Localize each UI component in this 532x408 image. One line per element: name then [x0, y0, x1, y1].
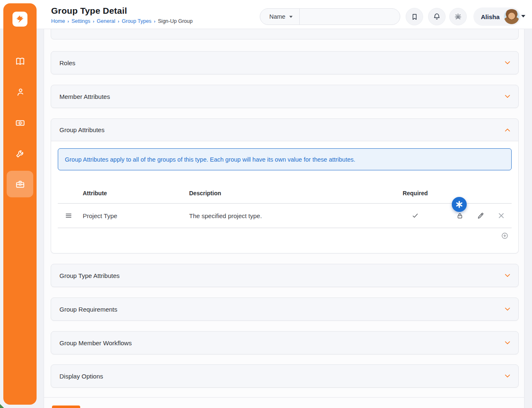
sidebar-item-tools[interactable] — [7, 140, 33, 167]
lock-icon[interactable] — [455, 212, 464, 219]
chevron-down-icon — [505, 95, 510, 98]
rock-logo-icon — [15, 14, 25, 24]
book-icon — [15, 56, 25, 66]
background-corner-decoration — [0, 403, 5, 408]
cell-description: The specified project type. — [182, 212, 390, 219]
breadcrumb-settings[interactable]: Settings — [71, 18, 90, 24]
panel-group-requirements[interactable]: Group Requirements — [51, 297, 519, 321]
group-attributes-table: Attribute Description Required Project T… — [58, 183, 512, 243]
sidebar-item-work[interactable] — [7, 171, 33, 197]
column-header-attribute: Attribute — [76, 190, 182, 197]
panel-label: Group Member Workflows — [51, 339, 132, 347]
cell-attribute: Project Type — [76, 212, 182, 219]
search-filter-label: Name — [269, 13, 286, 20]
check-icon — [412, 213, 419, 219]
save-button[interactable] — [52, 406, 80, 408]
table-header-row: Attribute Description Required — [58, 183, 512, 204]
bookmark-icon — [411, 13, 419, 21]
chevron-down-icon — [505, 61, 510, 64]
drag-handle-icon[interactable] — [64, 213, 73, 218]
search-filter-dropdown[interactable]: Name — [260, 9, 300, 25]
sidebar-item-people[interactable] — [7, 79, 33, 105]
theme-toggle-button[interactable] — [449, 8, 467, 25]
avatar — [504, 9, 520, 25]
main-content: Roles Member Attributes Group Attributes… — [44, 29, 525, 408]
panel-display-options[interactable]: Display Options — [51, 364, 519, 388]
briefcase-icon — [15, 179, 25, 189]
add-attribute-button[interactable] — [500, 232, 509, 240]
bell-icon — [433, 12, 441, 21]
user-menu-caret-icon[interactable] — [521, 15, 525, 17]
breadcrumb-separator: › — [93, 19, 94, 24]
sidebar-item-library[interactable] — [7, 48, 33, 74]
user-name: Alisha — [481, 13, 500, 20]
breadcrumb-general[interactable]: General — [97, 18, 115, 24]
panel-roles[interactable]: Roles — [51, 51, 519, 74]
chevron-up-icon — [505, 128, 510, 132]
notifications-button[interactable] — [428, 8, 446, 25]
breadcrumb-separator: › — [67, 19, 69, 24]
chevron-down-icon — [505, 307, 510, 311]
panel-label: Roles — [51, 59, 75, 66]
delete-x-icon[interactable] — [497, 213, 506, 219]
edit-pencil-icon[interactable] — [476, 212, 485, 219]
user-menu[interactable]: Alisha — [473, 7, 521, 26]
breadcrumb-home[interactable]: Home — [51, 18, 65, 24]
sidebar-item-finance[interactable] — [7, 109, 33, 136]
group-attributes-body: Group Attributes apply to all of the gro… — [51, 141, 518, 253]
chevron-down-icon — [505, 374, 510, 378]
info-alert-text: Group Attributes apply to all of the gro… — [65, 156, 355, 163]
panel-label: Group Attributes — [51, 126, 104, 133]
breadcrumb-separator: › — [154, 19, 155, 24]
panel-label: Member Attributes — [51, 93, 110, 100]
panel-label: Display Options — [51, 373, 103, 380]
page-title: Group Type Detail — [51, 6, 192, 16]
column-header-description: Description — [182, 190, 390, 197]
column-header-required: Required — [390, 190, 440, 197]
search-input[interactable] — [300, 9, 400, 25]
wrench-icon — [15, 148, 25, 159]
top-header: Group Type Detail Home › Settings › Gene… — [0, 0, 532, 29]
footer-divider — [44, 397, 524, 398]
app-logo[interactable] — [12, 12, 27, 27]
panel-group-attributes-header[interactable]: Group Attributes — [51, 119, 518, 141]
info-alert: Group Attributes apply to all of the gro… — [58, 148, 512, 170]
panel-member-attributes[interactable]: Member Attributes — [51, 85, 519, 108]
chevron-down-icon — [289, 16, 293, 18]
bookmarks-button[interactable] — [406, 8, 423, 25]
asterisk-icon — [455, 200, 464, 209]
cash-icon — [15, 118, 25, 128]
breadcrumb: Home › Settings › General › Group Types … — [51, 18, 192, 24]
chevron-down-icon — [505, 341, 510, 344]
panel-group-member-workflows[interactable]: Group Member Workflows — [51, 331, 519, 354]
panel-label: Group Requirements — [51, 306, 117, 313]
breadcrumb-current: Sign-Up Group — [158, 18, 192, 24]
sidebar — [3, 3, 37, 405]
panel-label: Group Type Attributes — [51, 272, 120, 279]
panel-group-attributes: Group Attributes Group Attributes apply … — [51, 118, 519, 253]
panel-group-type-attributes[interactable]: Group Type Attributes — [51, 264, 519, 287]
table-footer-row — [58, 228, 512, 243]
smart-search: Name — [260, 8, 400, 25]
breadcrumb-separator: › — [118, 19, 119, 24]
person-icon — [15, 87, 25, 97]
table-row: Project Type The specified project type. — [58, 204, 512, 228]
breadcrumb-group-types[interactable]: Group Types — [122, 18, 151, 24]
obsidian-asterisk-badge[interactable] — [452, 197, 467, 212]
sun-icon — [454, 12, 462, 21]
chevron-down-icon — [505, 274, 510, 277]
